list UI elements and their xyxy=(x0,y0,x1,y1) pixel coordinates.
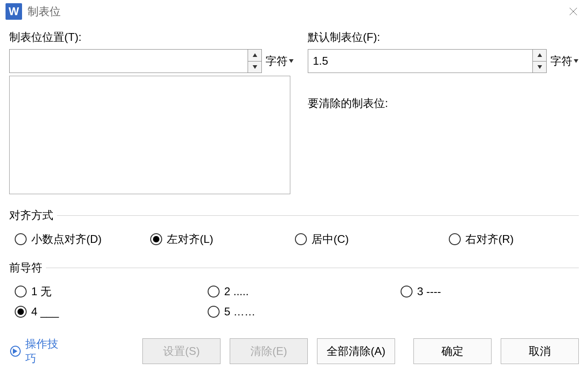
default-tab-label: 默认制表位(F): xyxy=(308,30,579,45)
leader-dots-radio[interactable]: 2 ..... xyxy=(208,284,401,299)
alignment-decimal-radio[interactable]: 小数点对齐(D) xyxy=(15,232,150,247)
play-circle-icon xyxy=(10,346,21,357)
radio-icon xyxy=(449,233,461,245)
leader-group-header: 前导符 xyxy=(9,260,579,275)
radio-icon xyxy=(208,286,220,297)
radio-icon xyxy=(401,286,413,297)
tab-position-label: 制表位位置(T): xyxy=(9,30,294,45)
default-tab-spinner[interactable] xyxy=(308,49,547,73)
clear-all-button[interactable]: 全部清除(A) xyxy=(317,338,395,364)
tab-position-input[interactable] xyxy=(10,50,248,73)
titlebar: W 制表位 xyxy=(0,0,588,23)
default-tab-down-button[interactable] xyxy=(533,62,546,73)
svg-marker-3 xyxy=(253,65,257,69)
svg-marker-5 xyxy=(537,53,542,57)
tab-position-up-button[interactable] xyxy=(248,50,261,62)
radio-icon xyxy=(208,306,220,318)
ok-button[interactable]: 确定 xyxy=(413,338,492,364)
leader-none-radio[interactable]: 1 无 xyxy=(15,284,208,299)
alignment-center-radio[interactable]: 居中(C) xyxy=(295,232,449,247)
default-tab-up-button[interactable] xyxy=(533,50,546,62)
app-icon: W xyxy=(6,3,22,20)
svg-marker-2 xyxy=(253,53,257,57)
leader-underscore-radio[interactable]: 4 ___ xyxy=(15,305,208,318)
radio-icon xyxy=(15,306,27,318)
svg-marker-4 xyxy=(289,59,294,63)
clear-button: 清除(E) xyxy=(230,338,308,364)
radio-icon xyxy=(15,233,27,245)
tab-position-down-button[interactable] xyxy=(248,62,261,73)
alignment-group-header: 对齐方式 xyxy=(9,208,579,223)
cancel-button[interactable]: 取消 xyxy=(501,338,579,364)
tab-position-unit-dropdown[interactable]: 字符 xyxy=(266,54,294,68)
tab-position-listbox[interactable] xyxy=(9,76,290,194)
chevron-down-icon xyxy=(288,59,294,63)
tab-position-spinner[interactable] xyxy=(9,49,262,73)
close-icon xyxy=(569,7,578,16)
set-button: 设置(S) xyxy=(142,338,220,364)
close-button[interactable] xyxy=(564,2,582,21)
dialog-content: 制表位位置(T): 字符 xyxy=(0,23,588,366)
svg-marker-8 xyxy=(13,348,17,354)
default-tab-input[interactable] xyxy=(308,50,532,73)
window-title: 制表位 xyxy=(28,4,61,19)
chevron-down-icon xyxy=(573,59,579,63)
tips-link[interactable]: 操作技巧 xyxy=(10,337,67,366)
alignment-right-radio[interactable]: 右对齐(R) xyxy=(449,232,579,247)
svg-marker-6 xyxy=(537,65,542,69)
tabs-to-clear-label: 要清除的制表位: xyxy=(308,96,579,111)
radio-icon xyxy=(295,233,307,245)
radio-icon xyxy=(150,233,162,245)
leader-ellipsis-radio[interactable]: 5 …… xyxy=(208,305,401,318)
default-tab-unit-dropdown[interactable]: 字符 xyxy=(550,54,579,68)
leader-dashes-radio[interactable]: 3 ---- xyxy=(401,284,579,299)
svg-marker-7 xyxy=(574,59,578,63)
radio-icon xyxy=(15,286,27,297)
alignment-left-radio[interactable]: 左对齐(L) xyxy=(150,232,295,247)
